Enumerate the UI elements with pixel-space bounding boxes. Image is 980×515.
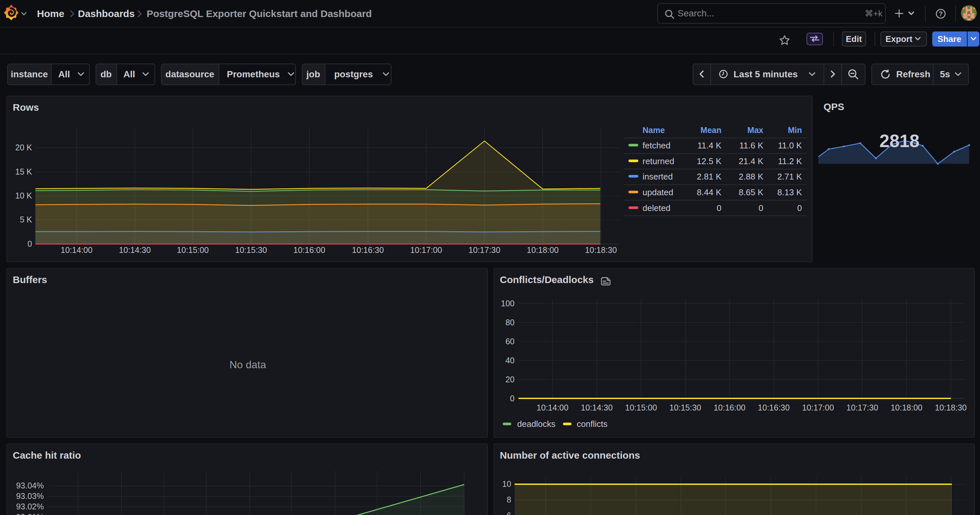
svg-text:10 K: 10 K	[15, 191, 32, 200]
svg-text:20 K: 20 K	[15, 142, 32, 151]
svg-text:12.5 K: 12.5 K	[697, 156, 722, 166]
svg-text:100: 100	[501, 299, 515, 308]
svg-text:fetched: fetched	[643, 140, 670, 150]
svg-text:10:18:00: 10:18:00	[891, 403, 923, 412]
svg-text:inserted: inserted	[643, 171, 673, 181]
svg-text:0: 0	[510, 394, 515, 403]
svg-text:11.6 K: 11.6 K	[740, 140, 764, 150]
svg-text:8.13 K: 8.13 K	[777, 187, 802, 197]
svg-text:Max: Max	[747, 125, 763, 134]
svg-text:2818: 2818	[880, 131, 920, 151]
svg-text:10:16:30: 10:16:30	[352, 245, 383, 254]
svg-text:deleted: deleted	[643, 203, 670, 213]
svg-text:returned: returned	[643, 156, 674, 166]
svg-text:10:15:00: 10:15:00	[177, 245, 208, 254]
svg-text:Name: Name	[643, 125, 665, 134]
svg-text:10:16:00: 10:16:00	[714, 403, 745, 412]
svg-text:10:16:00: 10:16:00	[293, 245, 325, 254]
svg-text:2.88 K: 2.88 K	[739, 171, 764, 181]
svg-text:8: 8	[507, 495, 511, 504]
svg-text:Min: Min	[788, 125, 802, 134]
svg-text:6: 6	[507, 511, 511, 515]
svg-text:93.01%: 93.01%	[16, 512, 44, 515]
svg-text:10:14:00: 10:14:00	[536, 403, 568, 412]
svg-text:2.71 K: 2.71 K	[777, 171, 802, 181]
svg-text:10:15:30: 10:15:30	[669, 403, 701, 412]
svg-text:0: 0	[27, 239, 32, 248]
svg-text:updated: updated	[643, 187, 673, 197]
svg-text:21.4 K: 21.4 K	[739, 156, 764, 166]
svg-text:10:16:30: 10:16:30	[758, 403, 789, 412]
svg-text:Mean: Mean	[700, 125, 721, 134]
svg-text:2.81 K: 2.81 K	[697, 171, 722, 181]
svg-text:0: 0	[759, 203, 763, 213]
svg-text:80: 80	[505, 318, 515, 327]
svg-text:0: 0	[717, 203, 721, 213]
svg-text:8.65 K: 8.65 K	[739, 187, 764, 197]
svg-text:10:17:30: 10:17:30	[846, 403, 878, 412]
svg-text:10:15:30: 10:15:30	[235, 245, 267, 254]
svg-text:0: 0	[797, 203, 802, 213]
svg-text:5 K: 5 K	[20, 215, 32, 224]
svg-text:10:17:00: 10:17:00	[802, 403, 834, 412]
svg-text:10:14:00: 10:14:00	[60, 245, 92, 254]
svg-text:10:18:00: 10:18:00	[527, 245, 558, 254]
svg-text:conflicts: conflicts	[577, 419, 608, 429]
svg-text:10:18:30: 10:18:30	[585, 245, 617, 254]
svg-text:?: ?	[939, 10, 942, 17]
svg-text:11.0 K: 11.0 K	[778, 140, 802, 150]
svg-text:20: 20	[505, 375, 515, 384]
svg-text:10:17:30: 10:17:30	[468, 245, 500, 254]
svg-text:10:14:30: 10:14:30	[119, 245, 151, 254]
svg-text:10:17:00: 10:17:00	[410, 245, 442, 254]
svg-text:15 K: 15 K	[15, 167, 32, 176]
svg-text:10:15:00: 10:15:00	[625, 403, 657, 412]
svg-text:10: 10	[502, 479, 511, 488]
svg-text:40: 40	[505, 356, 515, 365]
svg-text:60: 60	[505, 337, 515, 346]
svg-text:93.03%: 93.03%	[16, 491, 44, 501]
svg-text:10:18:30: 10:18:30	[935, 403, 967, 412]
svg-text:11.2 K: 11.2 K	[778, 156, 802, 166]
svg-text:11.4 K: 11.4 K	[697, 140, 722, 150]
svg-text:8.44 K: 8.44 K	[697, 187, 722, 197]
svg-text:10:14:30: 10:14:30	[581, 403, 613, 412]
svg-text:93.04%: 93.04%	[16, 481, 44, 490]
svg-text:93.02%: 93.02%	[16, 502, 44, 511]
svg-text:deadlocks: deadlocks	[517, 419, 555, 429]
